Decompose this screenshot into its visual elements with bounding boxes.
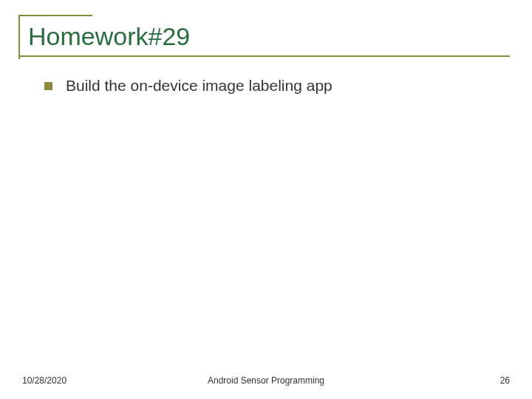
title-decoration-underline [18, 55, 510, 57]
title-decoration-left [18, 15, 20, 59]
content-area: Build the on-device image labeling app [22, 77, 510, 95]
title-decoration-top [18, 15, 92, 16]
slide-title: Homework#29 [22, 15, 510, 51]
bullet-text: Build the on-device image labeling app [66, 77, 332, 95]
list-item: Build the on-device image labeling app [44, 77, 510, 95]
title-block: Homework#29 [22, 15, 510, 51]
footer-date: 10/28/2020 [22, 375, 66, 386]
slide-container: Homework#29 Build the on-device image la… [0, 0, 532, 399]
bullet-icon [44, 82, 52, 90]
slide-footer: 10/28/2020 Android Sensor Programming 26 [0, 375, 532, 386]
footer-title: Android Sensor Programming [208, 375, 324, 386]
footer-page-number: 26 [500, 375, 510, 386]
